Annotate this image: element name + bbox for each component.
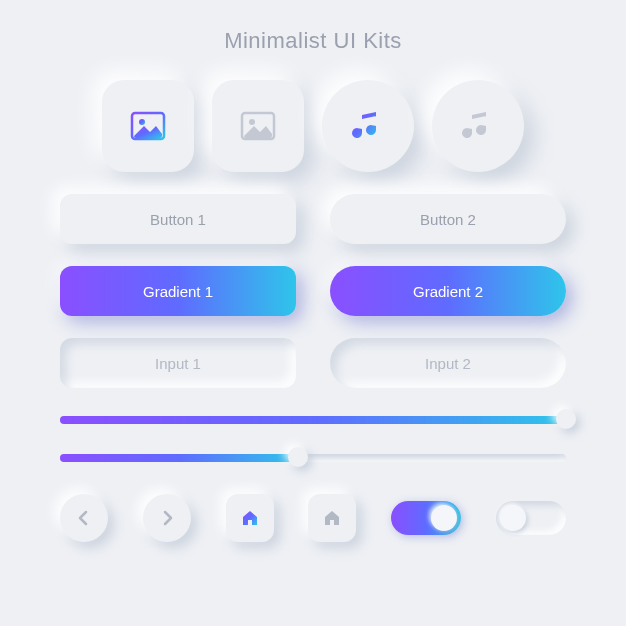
button-label: Gradient 1 <box>143 283 213 300</box>
input-row: Input 1 Input 2 <box>60 338 566 388</box>
button-1[interactable]: Button 1 <box>60 194 296 244</box>
toggle-on[interactable] <box>391 501 461 535</box>
controls-row <box>60 494 566 542</box>
next-button[interactable] <box>143 494 191 542</box>
input-1[interactable]: Input 1 <box>60 338 296 388</box>
slider-thumb[interactable] <box>556 409 576 429</box>
plain-button-row: Button 1 Button 2 <box>60 194 566 244</box>
input-placeholder: Input 1 <box>155 355 201 372</box>
home-icon <box>241 509 259 527</box>
page-title: Minimalist UI Kits <box>224 28 402 54</box>
button-label: Button 2 <box>420 211 476 228</box>
chevron-left-icon <box>75 509 93 527</box>
home-icon <box>323 509 341 527</box>
image-icon <box>128 106 168 146</box>
svg-point-1 <box>139 119 145 125</box>
slider-fill <box>60 416 566 424</box>
button-label: Button 1 <box>150 211 206 228</box>
image-icon <box>238 106 278 146</box>
slider-thumb[interactable] <box>288 447 308 467</box>
input-placeholder: Input 2 <box>425 355 471 372</box>
gradient-button-1[interactable]: Gradient 1 <box>60 266 296 316</box>
music-tile-plain[interactable] <box>432 80 524 172</box>
music-tile-gradient[interactable] <box>322 80 414 172</box>
button-label: Gradient 2 <box>413 283 483 300</box>
image-tile-plain[interactable] <box>212 80 304 172</box>
slider-1[interactable] <box>60 410 566 428</box>
toggle-knob <box>431 505 457 531</box>
chevron-right-icon <box>158 509 176 527</box>
toggle-knob <box>500 505 526 531</box>
slider-2[interactable] <box>60 448 566 466</box>
gradient-button-2[interactable]: Gradient 2 <box>330 266 566 316</box>
music-icon <box>348 106 388 146</box>
prev-button[interactable] <box>60 494 108 542</box>
home-button-plain[interactable] <box>308 494 356 542</box>
gradient-button-row: Gradient 1 Gradient 2 <box>60 266 566 316</box>
music-icon <box>458 106 498 146</box>
button-2[interactable]: Button 2 <box>330 194 566 244</box>
image-tile-gradient[interactable] <box>102 80 194 172</box>
toggle-off[interactable] <box>496 501 566 535</box>
icon-tile-row <box>60 80 566 172</box>
input-2[interactable]: Input 2 <box>330 338 566 388</box>
home-button-gradient[interactable] <box>226 494 274 542</box>
slider-fill <box>60 454 298 462</box>
svg-point-3 <box>249 119 255 125</box>
